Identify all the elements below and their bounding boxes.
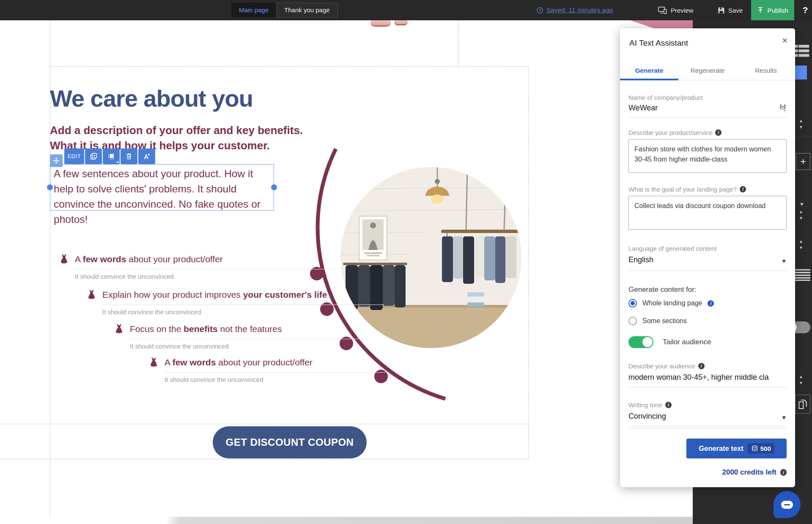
list-item-subtext: It should convince the unconvinced xyxy=(130,343,367,350)
writing-tone-value: Convincing xyxy=(628,412,666,420)
title-pre: A xyxy=(75,254,83,264)
saved-status-link[interactable]: Saved: 11 minutes ago xyxy=(536,0,613,20)
label-text: Describe your audience xyxy=(628,362,695,370)
delete-button[interactable] xyxy=(121,148,137,164)
info-icon[interactable]: i xyxy=(665,402,672,408)
duplicate-icon xyxy=(90,153,97,160)
tab-results[interactable]: Results xyxy=(737,61,795,80)
radio-label: Whole landing page xyxy=(642,299,702,307)
save-button[interactable]: Save xyxy=(718,0,743,20)
tab-thank-you-page[interactable]: Thank you page xyxy=(276,3,338,17)
title-post: about your product/offer xyxy=(126,254,222,264)
text-lines-icon[interactable] xyxy=(793,269,810,281)
audience-input[interactable]: modern woman 30-45+, higher middle cla xyxy=(628,373,787,382)
info-icon[interactable]: i xyxy=(698,363,705,369)
arrow-up-icon[interactable]: ▲ xyxy=(799,209,803,214)
builder-topbar: Main page Thank you page Saved: 11 minut… xyxy=(0,0,812,20)
copy-page-button[interactable] xyxy=(795,395,810,414)
cta-button[interactable]: GET DISCOUNT COUPON xyxy=(213,426,367,458)
guide-line xyxy=(0,459,528,459)
list-item[interactable]: A few words about your product/offer It … xyxy=(58,254,335,280)
product-description-textarea[interactable]: Fashion store with clothes for modern wo… xyxy=(628,139,787,173)
credits-left: 2000 credits left i xyxy=(722,468,787,477)
add-section-button[interactable]: + xyxy=(796,153,810,170)
tab-generate[interactable]: Generate xyxy=(620,61,678,80)
arrow-down-icon[interactable]: ▼ xyxy=(799,245,803,250)
arrow-down-icon[interactable]: ▼ xyxy=(799,381,803,385)
resize-handle-right[interactable] xyxy=(271,184,277,190)
selected-text-block[interactable]: A few sentences about your product. How … xyxy=(50,164,274,211)
goal-textarea[interactable]: Collect leads via discount coupon downlo… xyxy=(628,196,787,230)
radio-selected-icon[interactable] xyxy=(628,299,637,307)
resize-handle-left[interactable] xyxy=(47,184,53,190)
title-pre: Explain how your product improves xyxy=(102,290,243,299)
guide-line xyxy=(528,66,529,459)
page-canvas: We care about you Add a description of y… xyxy=(0,20,693,524)
save-floppy-icon xyxy=(718,7,725,14)
info-icon[interactable]: i xyxy=(780,469,787,476)
publish-button[interactable]: Publish xyxy=(751,0,794,20)
info-icon[interactable]: i xyxy=(708,300,714,307)
spinner-arrows[interactable]: ▲▼ xyxy=(799,239,803,250)
cropped-photo-shoe xyxy=(394,20,408,25)
list-item-subtext: It should convince the unconvinced xyxy=(75,273,335,280)
credit-cost-value: 500 xyxy=(760,445,771,452)
info-icon[interactable]: i xyxy=(715,129,721,136)
preview-button[interactable]: Preview xyxy=(658,0,693,20)
radio-label: Some sections xyxy=(642,317,687,325)
radio-whole-landing-page[interactable]: Whole landing page i xyxy=(628,299,787,307)
guide-line xyxy=(0,424,528,424)
company-name-input[interactable]: WeWear xyxy=(628,104,775,112)
spinner-arrows[interactable]: ▲▼ xyxy=(799,209,803,220)
hero-subheading-line1: Add a description of your offer and key … xyxy=(50,123,303,138)
list-item-title: Focus on the benefits not the features xyxy=(130,324,367,339)
ai-text-button[interactable] xyxy=(138,148,155,164)
tab-main-page[interactable]: Main page xyxy=(231,3,276,17)
field-options-icon[interactable] xyxy=(780,104,786,112)
duplicate-button[interactable] xyxy=(85,148,102,164)
list-item[interactable]: A few words about your product/offer It … xyxy=(148,357,388,383)
next-section-preview xyxy=(0,517,693,524)
history-clock-icon xyxy=(536,7,543,14)
store-photo xyxy=(340,167,521,348)
list-item-subtext: It should convince the unconvinced xyxy=(102,308,384,315)
tailor-audience-label: Tailor audience xyxy=(663,338,711,346)
publish-upload-icon xyxy=(757,7,764,14)
generate-text-label: Generate text xyxy=(699,444,743,453)
arrow-up-icon[interactable]: ▲ xyxy=(799,374,803,379)
arrow-down-icon[interactable]: ▼ xyxy=(799,216,803,220)
field-underline xyxy=(628,387,787,387)
generate-text-button[interactable]: Generate text 500 xyxy=(686,439,787,458)
arrow-up-icon[interactable]: ▲ xyxy=(799,239,803,244)
sections-list-icon[interactable] xyxy=(793,45,809,58)
chevron-down-icon: ▼ xyxy=(781,258,787,264)
dropdown-caret-icon[interactable]: ▼ xyxy=(799,201,804,207)
writing-tone-select[interactable]: Convincing ▼ xyxy=(628,412,787,421)
product-description-label: Describe your product/servicei xyxy=(628,129,787,136)
info-icon[interactable]: i xyxy=(740,186,746,192)
radio-some-sections[interactable]: Some sections xyxy=(628,317,787,325)
list-item[interactable]: Explain how your product improves your c… xyxy=(86,290,384,315)
title-post: not the features xyxy=(218,324,282,334)
close-icon[interactable]: × xyxy=(782,36,787,45)
active-section-indicator[interactable] xyxy=(795,66,807,80)
layout-button[interactable] xyxy=(103,148,120,164)
title-bold: few words xyxy=(83,254,126,264)
tab-regenerate[interactable]: Regenerate xyxy=(678,61,737,80)
arrow-up-icon[interactable]: ▲ xyxy=(799,118,803,123)
chat-widget-button[interactable] xyxy=(774,491,801,518)
spinner-arrows[interactable]: ▲▼ xyxy=(799,374,803,385)
section-reorder-arrows[interactable]: ▲▼ xyxy=(799,118,803,129)
element-toolbar: EDIT xyxy=(64,148,155,164)
language-value: English xyxy=(628,255,653,264)
coins-icon xyxy=(751,445,758,452)
sidebar-divider xyxy=(793,136,812,137)
language-select[interactable]: English ▼ xyxy=(628,255,787,264)
list-item-title: Explain how your product improves your c… xyxy=(102,290,384,305)
help-button[interactable]: ? xyxy=(798,0,812,20)
tailor-audience-toggle[interactable] xyxy=(628,336,653,348)
list-item[interactable]: Focus on the benefits not the features I… xyxy=(113,324,367,350)
edit-button[interactable]: EDIT xyxy=(64,148,84,164)
radio-unselected-icon[interactable] xyxy=(628,317,637,325)
arrow-down-icon[interactable]: ▼ xyxy=(799,125,803,129)
